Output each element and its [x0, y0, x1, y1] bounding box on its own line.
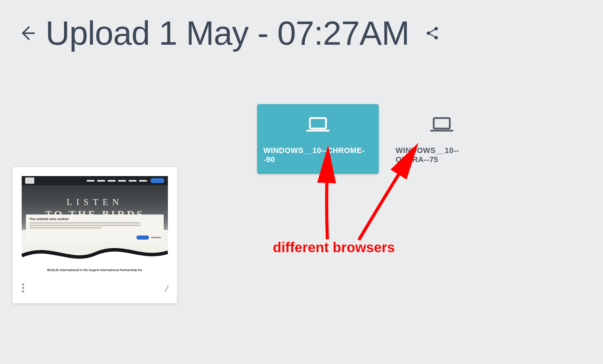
donate-button — [150, 178, 164, 183]
annotation-label: different browsers — [273, 240, 395, 255]
screenshot-preview: LISTEN TO THE BIRDS This website uses co… — [22, 176, 168, 274]
cookie-banner: This website uses cookies — [26, 214, 164, 242]
hero-title: LISTEN — [66, 197, 123, 208]
svg-point-12 — [22, 290, 24, 292]
thumbnail-footer: / — [22, 274, 168, 294]
cookie-title: This website uses cookies — [29, 217, 160, 221]
svg-point-2 — [427, 31, 430, 35]
svg-point-1 — [434, 27, 438, 30]
svg-rect-6 — [310, 118, 326, 129]
laptop-icon — [430, 116, 453, 136]
site-logo — [25, 177, 34, 184]
cookie-settings-link — [151, 237, 161, 238]
svg-line-4 — [430, 29, 435, 32]
svg-line-5 — [430, 34, 435, 37]
svg-point-11 — [22, 287, 24, 289]
cookie-accept-button — [136, 235, 149, 240]
page-title: Upload 1 May - 07:27AM — [45, 14, 409, 52]
env-card-opera[interactable]: WINDOWS__10--OPERA--75 — [389, 104, 494, 174]
screenshot-thumbnail-card[interactable]: LISTEN TO THE BIRDS This website uses co… — [13, 167, 177, 303]
share-icon[interactable] — [425, 26, 440, 41]
laptop-icon — [306, 116, 329, 136]
kebab-menu-icon[interactable] — [22, 283, 24, 294]
environment-cards-row: WINDOWS__10--CHROME--90 WINDOWS__10--OPE… — [257, 104, 494, 174]
env-card-label: WINDOWS__10--OPERA--75 — [396, 146, 488, 164]
svg-point-10 — [22, 283, 24, 285]
svg-point-3 — [434, 36, 438, 39]
back-arrow-icon[interactable] — [17, 24, 36, 42]
env-card-chrome[interactable]: WINDOWS__10--CHROME--90 — [257, 104, 379, 174]
svg-rect-8 — [434, 118, 450, 129]
site-tagline: BirdLife International is the largest in… — [22, 268, 168, 272]
env-card-label: WINDOWS__10--CHROME--90 — [263, 146, 373, 164]
thumbnail-counter: / — [165, 283, 168, 294]
page-header: Upload 1 May - 07:27AM — [0, 0, 603, 52]
